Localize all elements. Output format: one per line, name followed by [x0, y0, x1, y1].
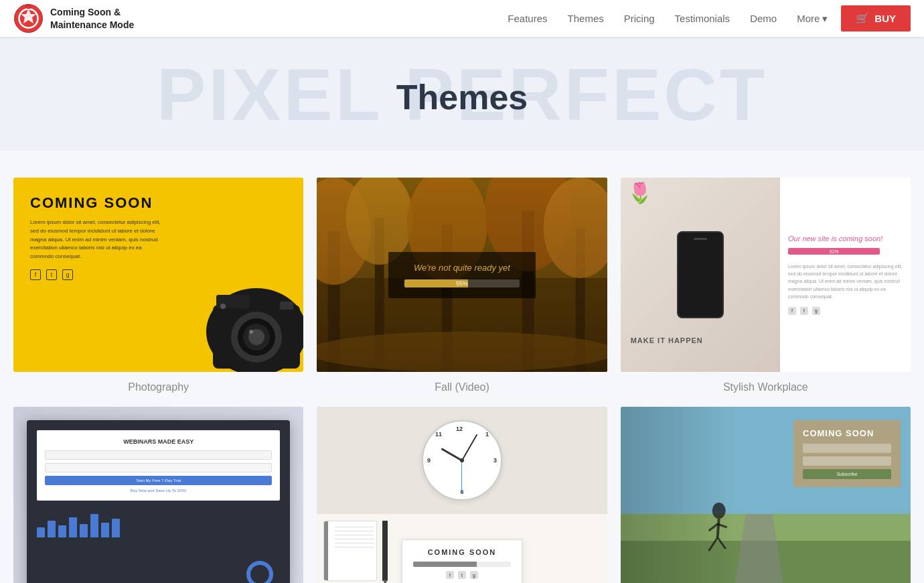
workplace-twitter-icon: t [800, 307, 808, 315]
google-icon: g [62, 269, 73, 280]
webinar-circle [246, 561, 273, 583]
webinar-chart [37, 511, 280, 537]
clock-3: 3 [493, 457, 497, 464]
cart-icon: 🛒 [856, 12, 869, 25]
clock-second-hand [461, 460, 462, 493]
main-nav: Features Themes Pricing Testimonials Dem… [508, 13, 828, 25]
logo[interactable]: Coming Soon & Maintenance Mode [13, 3, 134, 34]
svg-point-13 [220, 304, 226, 309]
webinar-input2-mock [45, 463, 272, 472]
svg-point-3 [27, 5, 31, 9]
runner-cs-title: COMING SOON [803, 428, 891, 438]
svg-rect-12 [280, 302, 293, 310]
webinar-title-mock: WEBINARS MADE EASY [45, 438, 272, 445]
clock-12: 12 [456, 426, 463, 432]
make-it-happen-text: MAKE IT HAPPEN [631, 336, 703, 345]
theme-label-photography: Photography [128, 381, 189, 393]
facebook-icon: f [30, 269, 41, 280]
theme-card-runner[interactable]: COMING SOON Subscribe Runner [621, 407, 911, 583]
webinar-btn-mock: Start My Free 7-Day Trial [45, 476, 272, 485]
runner-panel: COMING SOON Subscribe [793, 420, 901, 487]
clock-hour-hand [441, 448, 463, 461]
webinar-input1-mock [45, 450, 272, 460]
theme-preview-fall: We're not quite ready yet 55% [317, 178, 607, 372]
workplace-google-icon: g [812, 307, 820, 315]
fall-message-box: We're not quite ready yet 55% [388, 252, 536, 298]
webinar-link-mock: Buy Now and Save Up To 20%! [45, 489, 272, 493]
svg-point-11 [249, 330, 253, 334]
runner-input1 [803, 444, 891, 453]
cs-lower-title: COMING SOON [413, 548, 511, 556]
cs-google-icon: g [470, 571, 478, 579]
theme-card-workplace[interactable]: 🌷 MAKE IT HAPPEN Our new site is coming … [621, 178, 911, 393]
runner-subscribe-btn: Subscribe [803, 469, 891, 479]
clock-center-dot [460, 458, 464, 462]
themes-grid: COMING SOON Lorem ipsum dolor sit amet, … [13, 178, 911, 583]
nav-testimonials[interactable]: Testimonials [675, 13, 730, 24]
cs-twitter-icon: t [458, 571, 466, 579]
themes-section: COMING SOON Lorem ipsum dolor sit amet, … [0, 151, 924, 583]
theme-preview-clock: 12 3 6 9 1 11 [317, 407, 607, 583]
phone-illustration [677, 231, 724, 318]
clock-1: 1 [485, 431, 489, 438]
logo-icon [13, 3, 44, 34]
twitter-icon: t [46, 269, 57, 280]
hero-section: PIXEL PERFECT Themes [0, 37, 924, 151]
nav-features[interactable]: Features [508, 13, 547, 24]
pen-illustration [382, 521, 388, 581]
logo-text: Coming Soon & Maintenance Mode [50, 6, 134, 30]
theme-preview-runner: COMING SOON Subscribe [621, 407, 911, 583]
workplace-facebook-icon: f [788, 307, 796, 315]
header: Coming Soon & Maintenance Mode Features … [0, 0, 924, 37]
tulips-icon: 🌷 [627, 181, 652, 204]
photography-text: COMING SOON Lorem ipsum dolor sit amet, … [30, 194, 164, 280]
theme-card-webinars[interactable]: WEBINARS MADE EASY Start My Free 7-Day T… [13, 407, 303, 583]
workplace-tagline: Our new site is coming soon! [788, 235, 903, 243]
theme-card-fall[interactable]: We're not quite ready yet 55% Fall (Vide… [317, 178, 607, 393]
buy-button[interactable]: 🛒 BUY [841, 5, 911, 31]
notebook-illustration [323, 521, 377, 581]
theme-preview-photography: COMING SOON Lorem ipsum dolor sit amet, … [13, 178, 303, 372]
theme-card-photography[interactable]: COMING SOON Lorem ipsum dolor sit amet, … [13, 178, 303, 393]
workplace-progress-text: 32% [829, 249, 838, 254]
camera-illustration [176, 245, 303, 372]
workplace-body: Lorem ipsum dolor sit amet, consectetur … [788, 263, 903, 300]
coming-soon-lower-panel: COMING SOON f t g [402, 539, 522, 583]
clock-face: 12 3 6 9 1 11 [422, 420, 502, 501]
dropdown-arrow-icon: ▾ [822, 13, 828, 25]
clock-minute-hand [461, 434, 477, 460]
nav-more[interactable]: More ▾ [797, 13, 828, 25]
runner-input2 [803, 456, 891, 466]
nav-pricing[interactable]: Pricing [624, 13, 655, 24]
theme-label-workplace: Stylish Workplace [723, 381, 808, 393]
theme-label-fall: Fall (Video) [435, 381, 489, 393]
clock-11: 11 [435, 431, 442, 438]
theme-preview-workplace: 🌷 MAKE IT HAPPEN Our new site is coming … [621, 178, 911, 372]
nav-themes[interactable]: Themes [568, 13, 604, 24]
theme-card-clock[interactable]: 12 3 6 9 1 11 [317, 407, 607, 583]
cs-facebook-icon: f [446, 571, 454, 579]
clock-9: 9 [427, 457, 431, 464]
theme-preview-webinars: WEBINARS MADE EASY Start My Free 7-Day T… [13, 407, 303, 583]
nav-demo[interactable]: Demo [750, 13, 777, 24]
hero-title: Themes [13, 77, 911, 117]
